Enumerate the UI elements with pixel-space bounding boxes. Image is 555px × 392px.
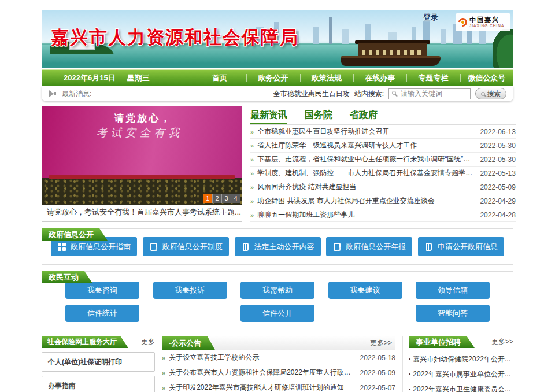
interaction-section-tab[interactable]: 政民互动 xyxy=(42,271,92,283)
social-panel-tab[interactable]: 社会保险网上服务大厅 xyxy=(42,336,128,348)
news-item: » 省人社厅陈荣华二级巡视员来嘉兴调研专技人才工作 2022-05-30 xyxy=(250,139,516,153)
info-disclosure-button[interactable]: 政府信息公开年报 xyxy=(326,237,412,256)
interaction-button[interactable]: 信件统计 xyxy=(65,305,139,322)
news-panel: 最新资讯国务院省政府 » 全市稳就业惠民生百日攻坚行动推进会召开 2022-06… xyxy=(250,106,530,222)
info-section-tab[interactable]: 政府信息公开 xyxy=(42,228,108,241)
speaker-icon xyxy=(49,90,57,97)
news-item-date: 2022-05-09 xyxy=(480,183,515,191)
ticker-label: 最新消息: xyxy=(62,89,91,99)
search-button[interactable]: 搜索 xyxy=(475,88,506,99)
recruitment-panel-tab[interactable]: 事业单位招聘 xyxy=(409,336,475,348)
notice-item-date: 2022-05-18 xyxy=(360,354,395,362)
bottom-row: 社会保险网上服务大厅 更多 个人(单位)社保证明打印办事指南 ·公示公告 更多>… xyxy=(42,336,513,392)
notice-item-title[interactable]: 关于设立嘉善技工学校的公示 xyxy=(169,353,353,363)
info-button-label: 申请公开政府信息 xyxy=(438,242,498,252)
photo-carousel[interactable]: 请党放心， 考试安全有我 1234 请党放心，考试安全有我！首届嘉兴市人事考试系… xyxy=(42,106,242,222)
notice-panel-tab[interactable]: ·公示公告 xyxy=(162,336,215,350)
weekday-text: 星期三 xyxy=(127,73,150,83)
news-item-date: 2022-06-13 xyxy=(480,128,515,136)
info-button-label: 政府信息公开年报 xyxy=(346,242,406,252)
pagination-dot[interactable]: 1 xyxy=(203,194,212,203)
main-row: 请党放心， 考试安全有我 1234 请党放心，考试安全有我！首届嘉兴市人事考试系… xyxy=(42,106,513,222)
news-item-title[interactable]: 省人社厅陈荣华二级巡视员来嘉兴调研专技人才工作 xyxy=(257,140,473,150)
notice-item-date: 2022-05-07 xyxy=(360,384,395,392)
news-item-title[interactable]: 下基层、走流程，省社保和就业中心主任项薇一行来我市调研“国统”上线情况 xyxy=(257,154,473,164)
news-item: » 聊聊五一假期加班工资那些事儿 2022-04-28 xyxy=(250,208,516,222)
double-arrow-icon: » xyxy=(250,142,254,149)
service-item[interactable]: 办事指南 xyxy=(42,376,155,392)
info-button-label: 法定主动公开内容 xyxy=(254,242,314,252)
nav-item[interactable]: 在线办事 xyxy=(353,70,406,86)
news-item-title[interactable]: 全市稳就业惠民生百日攻坚行动推进会召开 xyxy=(257,127,473,136)
recruitment-item[interactable]: 2022年嘉兴市卫生健康委员会... xyxy=(409,382,513,392)
info-button-icon xyxy=(241,242,250,252)
info-disclosure-button[interactable]: 申请公开政府信息 xyxy=(418,237,504,256)
double-arrow-icon: » xyxy=(162,354,165,361)
double-arrow-icon: » xyxy=(162,369,165,376)
interaction-button[interactable]: 信件公开 xyxy=(240,305,314,322)
news-item-date: 2022-05-30 xyxy=(480,142,515,150)
double-arrow-icon: » xyxy=(250,184,254,191)
social-panel-head: 社会保险网上服务大厅 更多 xyxy=(42,336,155,348)
pagination-dot[interactable]: 4 xyxy=(231,194,240,203)
login-link[interactable]: 登录 xyxy=(423,12,438,23)
info-disclosure-button[interactable]: 政府信息公开制度 xyxy=(143,237,229,256)
notice-item-title[interactable]: 关于印发2022年嘉兴市高技能人才研修培训班计划的通知 xyxy=(169,383,353,392)
info-button-label: 政府信息公开制度 xyxy=(162,242,223,252)
nav-item[interactable]: 政务公开 xyxy=(246,70,299,86)
news-tab[interactable]: 最新资讯 xyxy=(250,106,287,124)
site-title: 嘉兴市人力资源和社会保障局 xyxy=(51,25,299,50)
news-item-date: 2022-05-30 xyxy=(480,156,515,164)
info-button-icon xyxy=(149,242,158,252)
interaction-button[interactable]: 我要建议 xyxy=(328,282,402,299)
interaction-button[interactable]: 智能问答 xyxy=(416,305,490,322)
news-tab[interactable]: 省政府 xyxy=(350,106,378,124)
jiaxing-logo[interactable]: 中国嘉兴 JIAXING CHINA xyxy=(456,13,510,31)
info-button-icon xyxy=(424,242,434,252)
recruitment-panel-head: 事业单位招聘 更多>> xyxy=(409,336,513,348)
interaction-button[interactable]: 我需帮助 xyxy=(240,282,314,299)
recruitment-more-link[interactable]: 更多>> xyxy=(491,337,513,347)
interaction-button[interactable]: 我要投诉 xyxy=(153,282,227,299)
news-item-title[interactable]: 聊聊五一假期加班工资那些事儿 xyxy=(257,210,473,220)
notice-item-title[interactable]: 关于公布嘉兴市人力资源和社会保障局2022年度重大行政决策事... xyxy=(169,368,353,378)
nav-item[interactable]: 政策法规 xyxy=(300,70,353,86)
double-arrow-icon: » xyxy=(250,198,254,205)
news-item-title[interactable]: 学制度、建机制、强防控——市人力社保局召开社保基金要情专题学习会 xyxy=(257,168,473,178)
nav-item[interactable]: 微信公众号 xyxy=(460,70,513,86)
social-insurance-panel: 社会保险网上服务大厅 更多 个人(单位)社保证明打印办事指南 xyxy=(42,336,155,392)
red-boat-illustration xyxy=(341,38,441,66)
recruitment-item[interactable]: 嘉兴市妇幼保健院2022年公开... xyxy=(409,352,513,367)
pagination-dot[interactable]: 2 xyxy=(212,194,221,203)
notice-item: » 关于公布嘉兴市人力资源和社会保障局2022年度重大行政决策事... 2022… xyxy=(162,365,395,380)
info-disclosure-button[interactable]: 法定主动公开内容 xyxy=(235,237,321,256)
search-input[interactable] xyxy=(388,88,471,99)
carousel-caption[interactable]: 请党放心，考试安全有我！首届嘉兴市人事考试系统主题... xyxy=(42,205,242,220)
social-more-link[interactable]: 更多 xyxy=(141,337,155,347)
group-photo-people xyxy=(42,106,242,205)
nav-item[interactable]: 专题专栏 xyxy=(406,70,460,86)
notice-panel: ·公示公告 更多>> » 关于设立嘉善技工学校的公示 2022-05-18 » … xyxy=(162,336,395,392)
interaction-button[interactable]: 领导信箱 xyxy=(416,282,490,299)
news-tab[interactable]: 国务院 xyxy=(305,106,332,124)
notice-item: » 关于设立嘉善技工学校的公示 2022-05-18 xyxy=(162,350,395,365)
pagination-dot[interactable]: 3 xyxy=(221,194,231,203)
double-arrow-icon: » xyxy=(250,212,254,219)
info-button-label: 政府信息公开指南 xyxy=(71,242,131,252)
hot-topic-link[interactable]: 全市稳就业惠民生百日攻 xyxy=(273,89,350,99)
news-item-title[interactable]: 风雨同舟齐抗疫 结对共建显担当 xyxy=(257,182,473,192)
logo-cn-text: 中国嘉兴 xyxy=(469,16,504,24)
nav-item[interactable]: 首页 xyxy=(193,70,246,86)
ticker-bar: 最新消息: 全市稳就业惠民生百日攻 站内搜索: 搜索 xyxy=(42,86,513,101)
notice-more-link[interactable]: 更多>> xyxy=(370,336,392,350)
interaction-button[interactable]: 我要咨询 xyxy=(65,282,139,299)
news-item: » 助企纾困 共谋发展 市人力社保局召开重点企业交流座谈会 2022-04-29 xyxy=(250,194,516,208)
news-item-title[interactable]: 助企纾困 共谋发展 市人力社保局召开重点企业交流座谈会 xyxy=(257,196,473,206)
interaction-buttons: 我要咨询我要投诉我需帮助我要建议领导信箱信件统计信件公开智能问答 xyxy=(42,271,513,330)
info-buttons: 政府信息公开指南 政府信息公开制度 法定主动公开内容 政府信息公开年报 申请公开… xyxy=(42,228,513,265)
service-item[interactable]: 个人(单位)社保证明打印 xyxy=(42,352,155,372)
double-arrow-icon: » xyxy=(162,384,165,391)
recruitment-item[interactable]: 2022年嘉兴市属事业单位公开... xyxy=(409,367,513,382)
recruitment-list: 嘉兴市妇幼保健院2022年公开...2022年嘉兴市属事业单位公开...2022… xyxy=(409,352,513,392)
page: 嘉兴市人力资源和社会保障局 登录 中国嘉兴 JIAXING CHINA 2022… xyxy=(0,0,555,392)
